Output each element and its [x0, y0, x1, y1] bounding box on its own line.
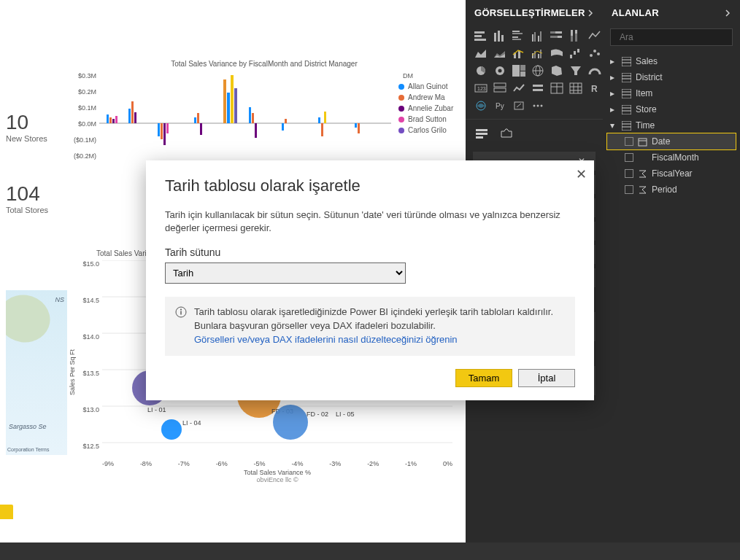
learn-more-link[interactable]: Görselleri ve/veya DAX ifadelerini nasıl…: [194, 334, 458, 345]
cancel-button[interactable]: İptal: [518, 369, 575, 387]
info-icon: [175, 306, 187, 318]
svg-rect-134: [180, 311, 181, 315]
select-label: Tarih sütunu: [165, 246, 575, 258]
info-box: Tarih tablosu olarak işaretlediğinizde P…: [165, 297, 575, 356]
mark-as-date-table-dialog: ✕ Tarih tablosu olarak işaretle Tarih iç…: [146, 160, 594, 400]
dialog-body: Tarih için kullanılacak bir sütun seçin.…: [165, 209, 575, 235]
close-icon[interactable]: ✕: [576, 166, 587, 182]
modal-overlay: ✕ Tarih tablosu olarak işaretle Tarih iç…: [0, 0, 740, 560]
svg-point-133: [180, 309, 182, 311]
ok-button[interactable]: Tamam: [455, 369, 512, 387]
dialog-title: Tarih tablosu olarak işaretle: [165, 176, 575, 195]
date-column-select[interactable]: Tarih: [165, 262, 406, 284]
